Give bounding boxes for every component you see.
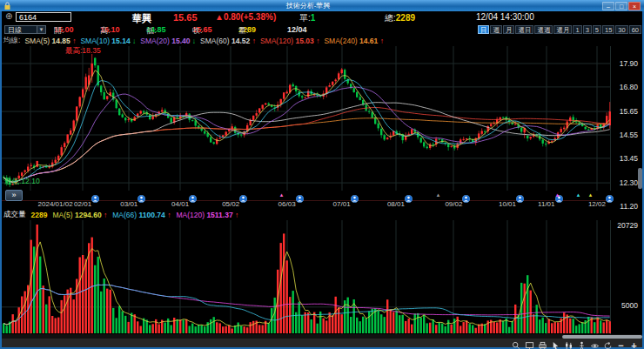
date-label: 05/02 (222, 200, 239, 208)
stock-name: 華興 (132, 12, 151, 25)
symbol-input[interactable] (16, 12, 71, 22)
price-chart[interactable]: 最高:18.35最低:12.10 (2, 46, 611, 191)
volume-ma-item: MA(66) 1100.74 ↑ (112, 211, 171, 219)
event-person-icon[interactable] (239, 191, 247, 198)
event-person-icon[interactable] (405, 191, 413, 198)
price-change: ▲0.80(+5.38%) (215, 12, 276, 22)
volume-title: 成交量 (3, 210, 26, 220)
date-label: 08/01 (387, 200, 405, 208)
event-person-icon[interactable] (462, 191, 470, 198)
event-triangle-marker: ▲ (555, 191, 560, 199)
last-price: 15.65 (173, 12, 198, 23)
price-axis: 17.9016.8015.6514.5513.4512.3011.20 (611, 46, 642, 210)
volume-chart[interactable] (2, 220, 611, 334)
ohlc-field: 量:2289 (238, 25, 256, 34)
svg-text:−: − (618, 341, 623, 349)
ma-legend-item: SMA(10) 15.14 ↓ (80, 37, 136, 45)
chart-monitor-icon[interactable] (524, 339, 535, 348)
price-pane: 最高:18.35最低:12.10 » ▲▲▲▲▲ 2024/01/0202/01… (2, 46, 642, 210)
svg-text:+: + (631, 341, 636, 349)
toolbar-icons: −+ (511, 339, 640, 348)
date-label: 11/01 (538, 200, 554, 208)
price-axis-label: 14.55 (620, 131, 638, 139)
period-button-5[interactable]: 5 (593, 25, 601, 34)
kline-icon[interactable] (563, 339, 574, 348)
zoom-in-icon[interactable]: + (628, 339, 640, 348)
eye-icon[interactable] (589, 339, 600, 348)
period-button-日[interactable]: 日 (478, 25, 490, 34)
date-label: 03/01 (120, 200, 138, 208)
volume-axis-mid: 5000 (621, 301, 638, 310)
event-person-icon[interactable] (516, 191, 524, 198)
date-label: 12/02 (588, 200, 606, 208)
period-button-60[interactable]: 60 (629, 25, 641, 34)
event-person-icon[interactable] (296, 191, 304, 198)
app-window: 技術分析-華興 – □ × ⊕ 華興 15.65 ▲0.80(+5.38%) 單… (0, 0, 644, 349)
annotate-zoom-icon[interactable] (511, 339, 522, 348)
period-button-30[interactable]: 30 (615, 25, 627, 34)
period-button-1[interactable]: 1 (573, 25, 581, 34)
minimize-button[interactable]: – (602, 2, 614, 10)
period-button-3[interactable]: 3 (583, 25, 592, 34)
quote-datetime: 12/04 14:30:00 (476, 12, 534, 22)
event-person-icon[interactable] (351, 191, 359, 198)
zoom-out-icon[interactable]: − (615, 339, 627, 348)
period-select[interactable]: 日線 ▼ (4, 25, 46, 34)
period-select-value: 日線 (8, 26, 22, 34)
single-volume: 單:1 (299, 12, 315, 24)
date-label: 09/02 (445, 200, 462, 208)
event-triangle-marker: ▲ (587, 191, 593, 199)
period-button-週[interactable]: 週 (490, 25, 502, 34)
chart-toolbar: 日線 ▼ 開:15.00高:16.10低:14.85收:15.65量:22891… (2, 24, 642, 37)
price-axis-label: 16.80 (620, 83, 638, 91)
ohlc-field: 12/04 (287, 25, 307, 34)
total-volume: 總:2289 (385, 12, 415, 24)
axis-grip[interactable] (638, 168, 642, 189)
ma-legend-item: SMA(240) 14.61 ↑ (324, 37, 384, 45)
maximize-button[interactable]: □ (615, 2, 627, 10)
price-axis-label: 17.90 (620, 59, 638, 68)
pointer-icon[interactable] (550, 339, 561, 348)
lock-icon (3, 2, 11, 10)
svg-text:最低:12.10: 最低:12.10 (4, 177, 40, 185)
close-button[interactable]: × (628, 2, 641, 10)
svg-text:最高:18.35: 最高:18.35 (65, 46, 101, 55)
period-button-月[interactable]: 月 (503, 25, 515, 34)
printer-icon[interactable] (537, 339, 548, 348)
date-label: 02/01 (74, 200, 91, 208)
date-label: 04/01 (171, 200, 189, 208)
titlebar: 技術分析-華興 – □ × (0, 0, 644, 11)
event-person-icon[interactable] (189, 191, 197, 198)
volume-axis: 20729 5000 (611, 220, 642, 334)
volume-value: 2289 (31, 211, 48, 219)
period-button-還日[interactable]: 還日 (515, 25, 533, 34)
person-icon[interactable] (576, 339, 587, 348)
date-label: 10/01 (499, 200, 516, 208)
symbol-lookup-icon[interactable]: ⊕ (5, 11, 12, 21)
refresh-icon[interactable] (602, 339, 614, 348)
date-label: 06/03 (278, 200, 296, 208)
expand-button[interactable]: » (5, 190, 23, 201)
volume-ma-item: MA(120) 1511.37 ↑ (176, 211, 238, 219)
period-button-還月[interactable]: 還月 (553, 25, 572, 34)
ohlc-field: 高:16.10 (100, 25, 120, 34)
chevron-down-icon: ▼ (37, 26, 45, 33)
date-label: 07/01 (333, 200, 351, 208)
quote-bar: ⊕ 華興 15.65 ▲0.80(+5.38%) 單:1 總:2289 12/0… (2, 11, 642, 24)
date-label: 2024/01/02 (38, 200, 73, 208)
period-buttons: 日週月還日還週還月135153060 (478, 25, 641, 34)
event-person-icon[interactable] (91, 191, 99, 198)
price-axis-label: 13.45 (620, 154, 638, 163)
period-button-還週[interactable]: 還週 (534, 25, 553, 34)
window-title: 技術分析-華興 (14, 0, 602, 11)
bottom-toolbar: −+ (2, 334, 642, 347)
ma-legend-item: SMA(5) 14.85 ↑ (24, 37, 76, 45)
price-axis-label: 15.65 (620, 107, 638, 116)
event-person-icon[interactable] (138, 191, 145, 198)
event-triangle-marker: ▲ (279, 191, 285, 199)
date-axis: 2024/01/0202/0103/0104/0105/0206/0307/01… (2, 200, 611, 210)
period-button-15[interactable]: 15 (602, 25, 614, 34)
volume-pane: 20729 5000 (2, 220, 642, 334)
ma-legend-item: SMA(120) 15.03 ↑ (260, 37, 320, 45)
ma-legend-item: SMA(20) 15.40 ↓ (140, 37, 196, 45)
